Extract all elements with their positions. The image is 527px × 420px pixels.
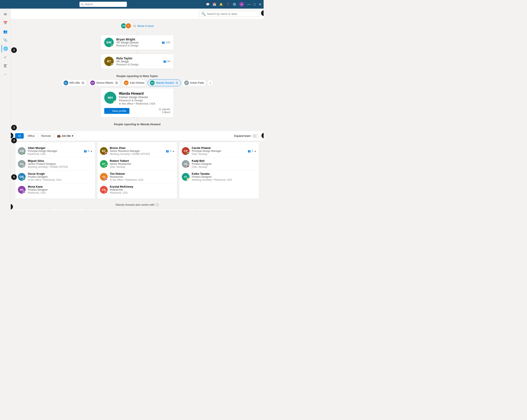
show-more-button[interactable]: Show 4 more (137, 24, 154, 28)
manager-row-1[interactable]: BZ Bruno Zhao Senior Research Manager Wo… (100, 145, 175, 158)
reta-info: Reta Taylor VP, Design Research & Design (116, 57, 161, 66)
member-keiko[interactable]: KT Keiko Tanaka Product Designer Working… (182, 170, 256, 183)
titlebar-search-input[interactable] (79, 2, 127, 7)
annotation-1: 1 (261, 10, 264, 16)
wanda-status (113, 101, 116, 103)
reporter-tab-3[interactable]: WH Wanda Howard 3 (148, 79, 181, 86)
annotation-6: 6 (11, 133, 13, 138)
works-card-5[interactable]: IL Inna Laar Research Director Working r… (198, 209, 232, 210)
person-card-info: Wanda Howard Partner Design Director Res… (119, 92, 155, 105)
expand-team-toggle[interactable] (253, 134, 259, 138)
member-krystal[interactable]: KM Krystal McKinney Researcher Redmond, … (100, 183, 175, 196)
tabs-more-button[interactable]: › (207, 80, 213, 86)
chevron-down-icon: ▾ (72, 134, 73, 137)
people-search-input[interactable] (207, 12, 257, 15)
org-card-reta[interactable]: RT Reta Taylor VP, Design Research & Des… (100, 54, 174, 69)
top-search-bar: 1 🔍 (11, 9, 264, 19)
robert-status (105, 165, 108, 168)
org-card-bryan[interactable]: BW Bryan Wright VP, Design Director Rese… (100, 35, 174, 50)
tab-avatar-0: WL (64, 81, 68, 85)
minimize-button[interactable]: — (247, 2, 251, 6)
connector-2 (137, 50, 137, 54)
tim-avatar: TD (100, 173, 108, 181)
help-icon[interactable]: ❓ (226, 3, 230, 6)
filter-tab-office[interactable]: Office (24, 133, 37, 138)
people-search-box[interactable]: 🔍 (199, 11, 259, 17)
manager-info-2: Carole Poland Principal Design Manager O… (192, 146, 221, 156)
kadji-avatar: KB (182, 160, 189, 168)
sidebar-item-tasks[interactable]: ✓ (1, 53, 9, 61)
member-oscar[interactable]: OK Oscar Krogh Product Designer In the o… (18, 170, 93, 183)
krystal-status (105, 191, 108, 193)
works-card-0[interactable]: RC Robin Counts Engineering Manager Oslo… (14, 209, 49, 210)
oscar-status (23, 178, 25, 180)
member-kadji[interactable]: KB Kadji Bell Product Designer Oslo, Nor… (182, 158, 256, 170)
works-card-2[interactable]: HB Henry Brill Engineering Director Work… (88, 209, 122, 210)
selected-person-card: WH Wanda Howard Partner Design Director … (100, 88, 174, 117)
settings-icon[interactable]: ⚙️ (233, 3, 236, 6)
reta-avatar: RT (104, 57, 114, 66)
krystal-avatar: KM (100, 186, 108, 194)
stack-avatar-2: + (125, 23, 131, 29)
person-name: Wanda Howard (119, 92, 155, 95)
member-tim[interactable]: TD Tim Deboer Researcher In the office •… (100, 170, 175, 183)
filter-tab-all[interactable]: All (15, 133, 24, 138)
manager-row-0[interactable]: AM Allan Munger Principal Design Manager… (18, 145, 93, 158)
maximize-button[interactable]: □ (253, 2, 256, 6)
works-card-4[interactable]: HR Hillary Reyes Senior Researcher Worki… (161, 209, 196, 210)
user-avatar[interactable]: U (239, 2, 244, 7)
member-miguel[interactable]: MS Miguel Silva Senior Product Designer … (18, 158, 93, 170)
bryan-name: Bryan Wright (116, 38, 159, 41)
sidebar-item-org[interactable]: 🌐 (1, 45, 9, 52)
works-card-1[interactable]: LB Lydia Bauer Group Product Manager In … (51, 209, 86, 210)
connector-3 (137, 69, 137, 73)
person-location: In the office • Redmond, USA (119, 102, 155, 105)
sidebar-item-more[interactable]: ··· (1, 71, 9, 78)
manager-name-0: Allan Munger (28, 146, 57, 149)
calendar-icon[interactable]: 📅 (213, 3, 216, 6)
annotation-2: 2 (11, 47, 17, 53)
person-dept: Research & Design (119, 99, 155, 102)
sidebar-item-attach[interactable]: 📎 (1, 36, 9, 44)
reporter-tab-0[interactable]: WL Will Little 3 (61, 79, 87, 86)
tab-avatar-2: KA (124, 81, 129, 85)
reta-count: 👥 54 (163, 60, 170, 63)
close-button[interactable]: ✕ (259, 2, 262, 6)
manager-row-2[interactable]: CP Carole Poland Principal Design Manage… (182, 145, 256, 158)
kadji-info: Kadji Bell Product Designer Oslo, Norway (192, 159, 212, 168)
manager-location-0: Redmond, USA (28, 153, 57, 156)
chat-icon[interactable]: 💬 (206, 3, 209, 6)
krystal-info: Krystal McKinney Researcher Redmond, USA (110, 185, 133, 194)
reporter-tab-1[interactable]: SR Serena Ribeiro 3 (88, 79, 121, 86)
team-column-0: AM Allan Munger Principal Design Manager… (15, 142, 95, 199)
annotation-5: 5 (11, 174, 17, 180)
job-title-filter[interactable]: 💼 Job title ▾ (55, 133, 76, 138)
person-role: Partner Design Director (119, 95, 155, 99)
manager-count-1: 👥3 ▲ (166, 149, 175, 153)
member-mona[interactable]: MK Mona Kane Product Designer Redmond, U… (18, 183, 93, 196)
sidebar-item-calendar[interactable]: 📅 (1, 19, 9, 27)
svg-rect-0 (4, 64, 7, 65)
works-card-3[interactable]: KM Kayo Miwa Design partner In the offic… (124, 209, 159, 210)
show-more-row: KN + +1 Show 4 more (121, 23, 154, 29)
bell-icon[interactable]: 🔔 (219, 3, 223, 6)
reporter-tabs: WL Will Little 3 SR Serena Ribeiro 3 KA … (61, 79, 213, 86)
team-column-1: BZ Bruno Zhao Senior Research Manager Wo… (97, 142, 177, 199)
bryan-info: Bryan Wright VP, Design Director Researc… (116, 38, 159, 47)
team-grid: AM Allan Munger Principal Design Manager… (11, 141, 264, 200)
titlebar-icons: 💬 📅 🔔 ❓ ⚙️ U — □ ✕ (206, 2, 262, 7)
briefcase-icon: 💼 (57, 134, 61, 137)
tim-info: Tim Deboer Researcher In the office • Re… (110, 172, 143, 181)
reporter-tab-4[interactable]: KP Kristin Patte (182, 79, 207, 86)
sidebar-item-mail[interactable]: ✉ (1, 10, 9, 18)
reporter-tab-2[interactable]: KA Katri Ahokas (121, 79, 147, 86)
sidebar-item-people[interactable]: 👥 (1, 28, 9, 35)
view-profile-button[interactable]: 👤 View profile (104, 108, 130, 114)
bryan-status (111, 44, 113, 47)
filter-tab-remote[interactable]: Remote (38, 133, 54, 138)
sidebar-item-teams[interactable] (1, 62, 9, 70)
manager-info-1: Bruno Zhao Senior Research Manager Worki… (110, 146, 150, 156)
oscar-info: Oscar Krogh Product Designer In the offi… (28, 172, 61, 181)
member-robert[interactable]: RT Robert Tolbert Senior Researcher Oslo… (100, 158, 175, 170)
title-bar-search-wrap: 🔍 (79, 2, 127, 7)
